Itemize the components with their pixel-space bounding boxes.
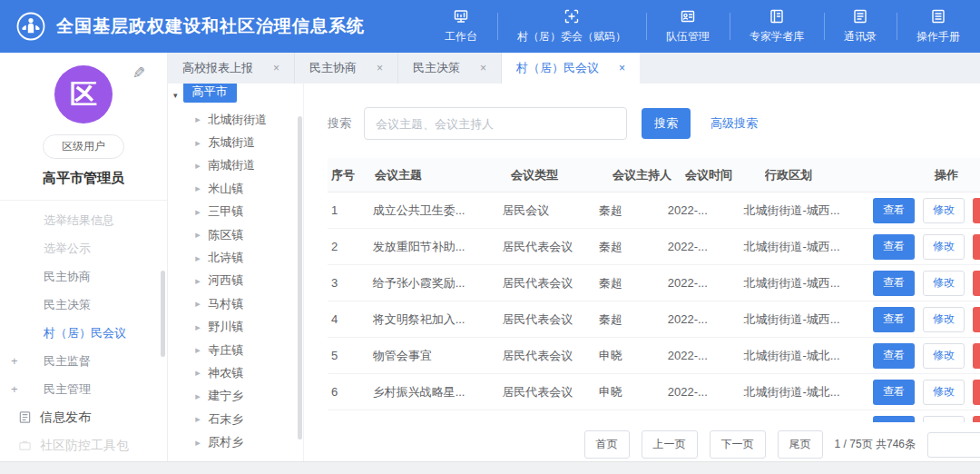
view-button[interactable]: 查看 <box>873 380 915 405</box>
delete-button[interactable] <box>973 380 980 405</box>
advanced-search-link[interactable]: 高级搜索 <box>710 115 758 132</box>
delete-button[interactable] <box>973 307 980 332</box>
view-button[interactable]: 查看 <box>873 271 915 296</box>
tab-democratic-decision[interactable]: 民主决策× <box>398 53 502 84</box>
caret-right-icon[interactable]: ▶ <box>195 254 201 262</box>
tab-report-upload[interactable]: 高校报表上报× <box>168 53 295 84</box>
caret-right-icon[interactable]: ▶ <box>195 232 201 239</box>
tree-item[interactable]: ▶东城街道 <box>168 131 303 153</box>
caret-right-icon[interactable]: ▶ <box>195 392 201 400</box>
tree-item[interactable]: ▶三甲镇 <box>168 201 303 223</box>
tree-item[interactable]: ▶马村镇 <box>168 292 303 315</box>
nav-label: 工作台 <box>445 29 477 44</box>
edit-button[interactable]: 修改 <box>923 343 965 369</box>
caret-right-icon[interactable]: ▶ <box>195 139 201 146</box>
nav-village-committee-coding[interactable]: 村（居）委会（赋码） <box>497 0 646 53</box>
sidebar-item-democratic-supervision[interactable]: +民主监督 <box>0 347 167 375</box>
view-button[interactable]: 查看 <box>873 307 915 332</box>
prev-page-button[interactable]: 上一页 <box>642 430 698 459</box>
tree-item[interactable]: ▶米山镇 <box>168 177 303 200</box>
page-jump-input[interactable] <box>927 432 980 458</box>
close-icon[interactable]: × <box>377 62 383 74</box>
tree-item[interactable]: ▶石末乡 <box>168 408 303 430</box>
tab-democratic-consultation[interactable]: 民主协商× <box>295 53 398 84</box>
tab-residents-meeting[interactable]: 村（居）民会议× <box>502 53 640 84</box>
edit-button[interactable]: 修改 <box>923 307 965 332</box>
view-button[interactable]: 查看 <box>873 343 915 369</box>
nav-manual[interactable]: 操作手册 <box>897 0 980 53</box>
delete-button[interactable] <box>973 343 980 369</box>
view-button[interactable]: 查看 <box>873 198 915 223</box>
nav-contacts[interactable]: 通讯录 <box>824 0 897 53</box>
search-input[interactable] <box>364 107 627 140</box>
edit-profile-icon[interactable]: ✎ <box>132 64 145 83</box>
tree-scrollbar[interactable] <box>298 116 302 439</box>
sidebar-item-democratic-consultation[interactable]: 民主协商 <box>0 262 167 291</box>
view-button[interactable]: 查看 <box>873 416 915 422</box>
tree-item[interactable]: ▶野川镇 <box>168 316 303 339</box>
tree-item[interactable]: ▶北诗镇 <box>168 246 303 269</box>
last-page-button[interactable]: 尾页 <box>778 430 823 459</box>
caret-right-icon[interactable]: ▶ <box>195 208 201 215</box>
view-button[interactable]: 查看 <box>873 234 915 260</box>
caret-right-icon[interactable]: ▶ <box>195 185 201 193</box>
cell-index: 1 <box>328 203 373 217</box>
delete-button[interactable] <box>973 234 980 260</box>
caret-right-icon[interactable]: ▶ <box>195 162 201 169</box>
expand-plus-icon[interactable]: + <box>11 347 18 375</box>
tree-item[interactable]: ▶南城街道 <box>168 154 303 177</box>
caret-right-icon[interactable]: ▶ <box>195 370 201 377</box>
col-time: 会议时间 <box>685 167 765 183</box>
close-icon[interactable]: × <box>273 62 279 74</box>
app-header: 全国基层政权建设和社区治理信息系统 工作台 村（居）委会（赋码） 队伍管理 专家… <box>0 0 980 53</box>
tree-label: 陈区镇 <box>208 227 243 243</box>
tree-item[interactable]: ▶寺庄镇 <box>168 339 303 361</box>
tree-root-gaoping[interactable]: ▾ 高平市 <box>173 87 303 103</box>
cell-region: 北城街街道-城西... <box>743 275 873 291</box>
nav-team-management[interactable]: 队伍管理 <box>646 0 730 53</box>
caret-right-icon[interactable]: ▶ <box>195 116 201 123</box>
sidebar-item-election-notice[interactable]: 选举公示 <box>0 234 167 262</box>
tree-item[interactable]: ▶河西镇 <box>168 270 303 292</box>
tree-item[interactable]: ▶原村乡 <box>168 430 303 453</box>
close-icon[interactable]: × <box>480 62 486 74</box>
search-button[interactable]: 搜索 <box>642 108 691 139</box>
sidebar-scrollbar[interactable] <box>161 271 165 357</box>
sidebar-item-community-toolkit[interactable]: 社区防控工具包 <box>0 431 167 459</box>
delete-button[interactable] <box>973 416 980 422</box>
tree-root-label[interactable]: 高平市 <box>183 84 237 103</box>
edit-button[interactable]: 修改 <box>923 198 965 223</box>
cell-host: 秦超 <box>599 311 668 328</box>
tree-item[interactable]: ▶建宁乡 <box>168 385 303 408</box>
caret-down-icon[interactable]: ▾ <box>173 91 178 100</box>
caret-right-icon[interactable]: ▶ <box>195 301 201 308</box>
delete-button[interactable] <box>973 198 980 223</box>
caret-right-icon[interactable]: ▶ <box>195 416 201 423</box>
sidebar-item-residents-meeting[interactable]: 村（居）民会议 <box>0 319 167 347</box>
expand-plus-icon[interactable]: + <box>11 375 18 403</box>
sidebar-item-democratic-decision[interactable]: 民主决策 <box>0 291 167 319</box>
nav-workbench[interactable]: 工作台 <box>425 0 497 53</box>
delete-button[interactable] <box>973 271 980 296</box>
edit-button[interactable]: 修改 <box>923 416 965 422</box>
caret-right-icon[interactable]: ▶ <box>195 323 201 331</box>
caret-right-icon[interactable]: ▶ <box>195 347 201 354</box>
first-page-button[interactable]: 首页 <box>584 430 630 459</box>
edit-button[interactable]: 修改 <box>923 380 965 405</box>
edit-button[interactable]: 修改 <box>923 234 965 260</box>
sidebar-item-info-publish[interactable]: 信息发布 <box>0 403 167 431</box>
close-icon[interactable]: × <box>619 62 625 74</box>
sidebar-item-democratic-management[interactable]: +民主管理 <box>0 375 167 403</box>
tree-item[interactable]: ▶北城街街道 <box>168 108 303 131</box>
tree-label: 马村镇 <box>208 296 243 312</box>
tree-item[interactable]: ▶陈区镇 <box>168 223 303 246</box>
next-page-button[interactable]: 下一页 <box>710 430 766 459</box>
menu-label: 民主协商 <box>44 270 91 283</box>
sidebar-item-election-results[interactable]: 选举结果信息 <box>0 206 167 234</box>
nav-expert-library[interactable]: 专家学者库 <box>730 0 824 53</box>
edit-button[interactable]: 修改 <box>923 271 965 296</box>
caret-right-icon[interactable]: ▶ <box>195 277 201 284</box>
caret-right-icon[interactable]: ▶ <box>195 439 201 446</box>
tree-item[interactable]: ▶神农镇 <box>168 361 303 384</box>
tab-bar: 高校报表上报× 民主协商× 民主决策× 村（居）民会议× <box>168 53 980 84</box>
